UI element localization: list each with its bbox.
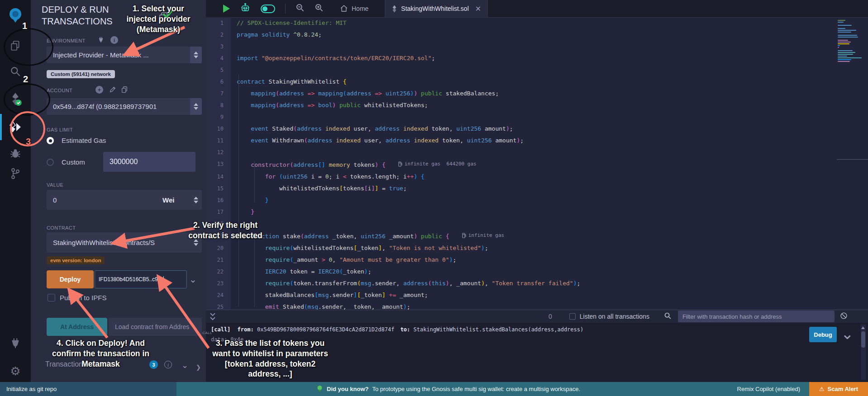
constructor-param-input[interactable]: IFD1380b4D516CB5..c93"	[95, 270, 187, 288]
minimap-line	[838, 25, 852, 26]
zoom-in-icon[interactable]	[315, 3, 324, 14]
code-line[interactable]: 15 whitelistedTokens[tokens[i]] = true;	[206, 183, 835, 194]
code-line[interactable]: 21 require(_amount > 0, "Amount must be …	[206, 254, 835, 266]
contract-select[interactable]: StakingWithWhitelist - contracts/S	[47, 232, 202, 253]
code-line[interactable]: 5	[206, 64, 835, 76]
editor-minimap[interactable]	[838, 20, 866, 62]
edit-account-icon[interactable]	[109, 86, 116, 93]
terminal-log-line[interactable]: [call] from: 0x549BD967800987968764f6E3D…	[211, 326, 583, 333]
code-line[interactable]: 14 for (uint256 i = 0; i < tokens.length…	[206, 171, 835, 183]
tab-home[interactable]: Home	[334, 0, 375, 17]
minimap-line	[838, 57, 862, 58]
code-line[interactable]: 20 require(whitelistedTokens[_token], "T…	[206, 242, 835, 254]
scroll-up-icon[interactable]	[861, 326, 865, 329]
at-address-button[interactable]: At Address	[47, 318, 107, 336]
clear-terminal-icon[interactable]	[840, 312, 848, 321]
log-to-key: to:	[401, 326, 410, 333]
terminal-prompt-chevron-icon[interactable]: ❯	[196, 364, 201, 371]
scam-alert-label: Scam Alert	[828, 386, 858, 392]
ai-copilot-robot-icon[interactable]	[240, 2, 251, 15]
panel-title: DEPLOY & RUN TRANSACTIONS	[42, 4, 150, 27]
editor-scrollbar-marker[interactable]	[837, 159, 868, 160]
unit-stepper-icon[interactable]	[190, 190, 202, 210]
transactions-info-icon[interactable]: i	[164, 361, 172, 368]
environment-stepper-icon[interactable]	[190, 47, 202, 63]
environment-info-icon[interactable]: i	[110, 36, 118, 44]
deploy-button[interactable]: Deploy	[47, 270, 94, 288]
git-branch-icon[interactable]	[9, 167, 22, 180]
tab-staking-file[interactable]: StakingWithWhitelist.sol ✕	[385, 0, 488, 17]
git-init-label: Initialize as git repo	[6, 386, 57, 392]
code-line[interactable]: 22 IERC20 token = IERC20(_token);	[206, 266, 835, 278]
code-line[interactable]: 12	[206, 146, 835, 158]
code-line[interactable]: 6contract StakingWithWhitelist {	[206, 76, 835, 88]
code-line[interactable]: 24 stakedBalances[msg.sender][_token] +=…	[206, 289, 835, 301]
code-line[interactable]: 18	[206, 218, 835, 230]
code-line[interactable]: 4import "@openzeppelin/contracts/token/E…	[206, 52, 835, 64]
publish-ipfs-checkbox[interactable]	[48, 294, 55, 302]
environment-plug-icon[interactable]	[98, 36, 104, 43]
code-line[interactable]: 1// SPDX-License-Identifier: MIT	[206, 17, 835, 29]
transactions-chevron-icon[interactable]: ⌄	[181, 360, 188, 370]
code-line[interactable]: 23 require(token.transferFrom(msg.sender…	[206, 278, 835, 289]
environment-value: Injected Provider - MetaMask ...	[53, 51, 149, 59]
did-you-know-label: Did you know?	[327, 386, 368, 392]
code-line[interactable]: 3	[206, 41, 835, 52]
at-address-placeholder: Load contract from Addres	[115, 323, 189, 330]
environment-label: ENVIRONMENT	[47, 38, 86, 43]
estimated-gas-radio[interactable]	[47, 137, 54, 144]
zoom-out-icon[interactable]	[296, 3, 305, 14]
scam-alert-button[interactable]: ⚠ Scam Alert	[809, 382, 868, 396]
close-tab-icon[interactable]: ✕	[475, 5, 481, 13]
at-address-input[interactable]: Load contract from Addres	[109, 318, 202, 336]
debug-button[interactable]: Debug	[809, 327, 837, 342]
copilot-toggle[interactable]	[261, 5, 275, 13]
listen-all-label: Listen on all transactions	[580, 313, 649, 320]
code-line[interactable]: 2pragma solidity ^0.8.24;	[206, 29, 835, 41]
custom-gas-input[interactable]: 3000000	[103, 152, 196, 172]
constructor-param-value: IFD1380b4D516CB5..c93"	[99, 276, 163, 283]
code-line[interactable]: 9	[206, 111, 835, 123]
code-line[interactable]: 19 function stake(address _token, uint25…	[206, 230, 835, 242]
value-input[interactable]: 0	[47, 190, 161, 210]
transaction-filter-input[interactable]	[678, 311, 835, 322]
code-line[interactable]: 16 }	[206, 194, 835, 206]
settings-gear-icon[interactable]: ⚙	[9, 364, 22, 378]
code-line[interactable]: 13 constructor(address[] memory tokens) …	[206, 158, 835, 171]
code-line[interactable]: 7 mapping(address => mapping(address => …	[206, 88, 835, 99]
collapse-log-chevron-icon[interactable]: ⌄	[841, 325, 854, 343]
code-line[interactable]: 11 event Withdrawn(address indexed user,…	[206, 135, 835, 146]
terminal-search-icon[interactable]	[664, 312, 672, 321]
run-script-play-icon[interactable]	[223, 5, 230, 13]
listen-all-checkbox[interactable]	[569, 313, 576, 320]
file-explorer-icon[interactable]	[9, 39, 22, 52]
plugin-manager-icon[interactable]	[9, 336, 22, 349]
active-plugin-indicator	[0, 114, 2, 140]
expand-terminal-icon[interactable]	[210, 313, 216, 321]
search-icon[interactable]	[9, 65, 22, 78]
account-select[interactable]: 0x549...d874f (0.98821989737901	[47, 98, 202, 115]
code-area[interactable]: 1// SPDX-License-Identifier: MIT2pragma …	[206, 17, 835, 310]
add-account-icon[interactable]: +	[95, 86, 103, 94]
terminal-scrollbar-thumb[interactable]	[861, 331, 865, 348]
code-line[interactable]: 8 mapping(address => bool) public whitel…	[206, 99, 835, 111]
debugger-bug-icon[interactable]	[9, 146, 22, 160]
code-line[interactable]: 25 emit Staked(msg.sender, _token, _amou…	[206, 301, 835, 310]
value-unit-select[interactable]: Wei	[156, 190, 202, 210]
git-init-button[interactable]: Initialize as git repo	[0, 382, 176, 396]
check-icon	[162, 9, 174, 21]
contract-stepper-icon[interactable]	[190, 232, 202, 253]
environment-select[interactable]: Injected Provider - MetaMask ...	[47, 47, 202, 63]
deploy-run-icon[interactable]	[9, 120, 22, 134]
solidity-compiler-icon[interactable]	[9, 92, 22, 106]
indent-guide	[254, 161, 255, 203]
copilot-status[interactable]: Remix Copilot (enabled)	[737, 386, 800, 392]
account-stepper-icon[interactable]	[190, 98, 202, 115]
code-line[interactable]: 10 event Staked(address indexed user, ad…	[206, 123, 835, 135]
copy-account-icon[interactable]	[121, 86, 128, 93]
custom-gas-radio[interactable]	[47, 159, 54, 166]
text-cursor	[163, 276, 164, 283]
tutorial-marker-2: 2	[23, 74, 28, 85]
deploy-expand-chevron-icon[interactable]: ⌄	[189, 274, 197, 285]
code-line[interactable]: 17 }	[206, 206, 835, 218]
